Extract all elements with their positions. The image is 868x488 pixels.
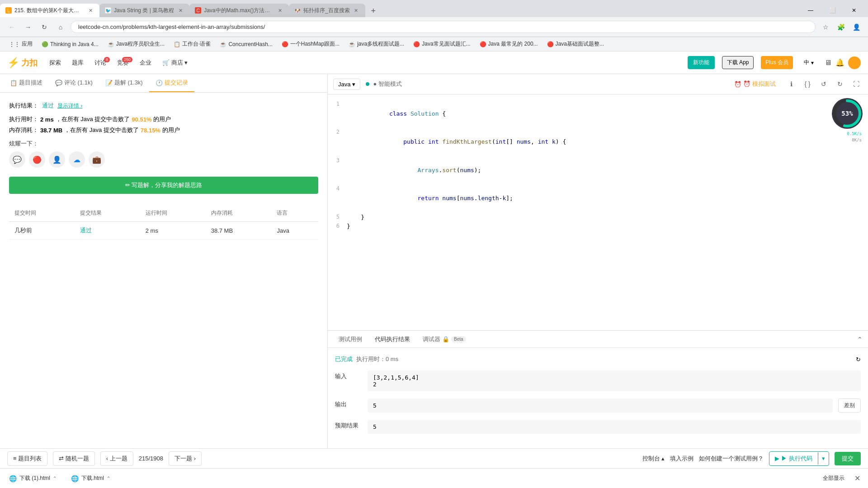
share-cloud-button[interactable]: ☁ [69,151,85,168]
monitor-icon[interactable]: 🖥 [825,59,832,67]
chrome-icon-2: 🌐 [71,475,79,482]
basics-icon: 🔴 [547,41,554,47]
home-button[interactable]: ⌂ [54,21,67,33]
new-tab-button[interactable]: + [367,5,380,17]
maximize-button[interactable]: ⬜ [822,4,843,17]
bookmark-concurrenthash[interactable]: ☕ ConcurrentHash... [216,40,276,48]
problem-list-button[interactable]: ≡ 题目列表 [7,451,47,466]
next-problem-button[interactable]: 下一题 › [169,451,202,466]
bookmark-java-200[interactable]: 🔴 Java 最常见的 200... [476,39,542,49]
random-problem-button[interactable]: ⇄ 随机一题 [53,451,95,466]
refresh-button[interactable]: ↻ [38,21,51,33]
tab-debugger[interactable]: 调试器 🔒 Beta [417,333,472,346]
nav-discuss[interactable]: 讨论 8 [90,56,111,70]
browser-tab-3[interactable]: C Java中的Math.max()方法，一个 ✕ [189,4,289,17]
bookmark-yuque[interactable]: 📋 工作台·语雀 [170,39,214,49]
refresh-icon[interactable]: ↻ [856,356,861,363]
run-code-button[interactable]: ▶ ▶ 执行代码 [769,452,818,465]
bookmark-java-basics[interactable]: 🔴 Java基础面试题整... [543,39,608,49]
code-line-4: 4 return nums[nums.length-k]; [328,184,868,212]
address-input[interactable] [71,21,816,33]
code-format-button[interactable]: { } [801,78,814,90]
split-pane: 📋 题目描述 💬 评论 (1.1k) 📝 题解 (1.3k) 🕐 提交记录 [0,74,868,448]
minimize-button[interactable]: — [800,4,821,17]
code-line-3: 3 Arrays.sort(nums); [328,156,868,184]
bookmark-java-interview[interactable]: 🔴 Java常见面试题汇... [410,39,474,49]
nav-store-label: 🛒 商店 ▾ [162,59,188,66]
forward-button[interactable]: → [22,21,34,33]
bookmark-java-programmer[interactable]: ☕ Java程序员职业生... [104,39,168,49]
row-lang: Java [271,222,318,239]
info-button[interactable]: ℹ [785,78,797,90]
browser-tab-1[interactable]: L 215. 数组中的第K个最大元素 - 力 ✕ [0,4,99,17]
tab-testcase[interactable]: 测试用例 [333,333,368,346]
browser-tab-2[interactable]: 🐦 Java String 类 | 菜鸟教程 ✕ [99,4,189,17]
tab-submissions-label: 提交记录 [165,79,188,87]
submit-button[interactable]: 提交 [835,452,861,465]
tab-close-4[interactable]: ✕ [353,7,360,14]
show-all-button[interactable]: 全部显示 [823,474,844,482]
share-weibo-button[interactable]: 🔴 [29,151,45,168]
tab-description[interactable]: 📋 题目描述 [4,74,49,92]
smart-mode-toggle[interactable]: ● 智能模式 [366,80,401,88]
tab-solutions[interactable]: 📝 题解 (1.3k) [99,74,149,92]
fill-example-label: 填入示例 [670,455,693,463]
console-area: 控制台 ▴ 填入示例 如何创建一个测试用例？ [642,455,764,463]
row-result[interactable]: 通过 [80,227,92,234]
nav-store[interactable]: 🛒 商店 ▾ [158,56,192,70]
nav-explore[interactable]: 探索 [45,56,66,70]
profile-icon[interactable]: 👤 [850,21,863,33]
nav-contest[interactable]: 竞赛 250 [113,56,133,70]
plus-member-button[interactable]: Plus 会员 [761,56,793,69]
download-item-2[interactable]: 🌐 下载.html ⌃ [67,473,114,484]
run-dropdown-button[interactable]: ▾ [818,452,829,465]
extension-icon[interactable]: 🧩 [835,21,847,33]
line-content-5: } [347,213,863,222]
result-detail-link[interactable]: 显示详情 › [57,102,82,110]
language-dropdown[interactable]: Java ▾ [333,79,360,90]
download-item-1[interactable]: 🌐 下载 (1).html ⌃ [5,473,60,484]
bookmark-hashmap[interactable]: 🔴 一个HashMap跟面... [278,39,343,49]
mock-interview-button[interactable]: ⏰ ⏰ 模拟面试 [731,78,779,90]
bookmark-star-icon[interactable]: ☆ [819,21,832,33]
tab-code-result[interactable]: 代码执行结果 [369,333,415,346]
prev-problem-button[interactable]: ‹ 上一题 [100,451,133,466]
new-feature-button[interactable]: 新功能 [688,56,715,69]
tab-close-3[interactable]: ✕ [276,7,283,14]
close-downloads-button[interactable]: ✕ [852,473,863,484]
close-button[interactable]: ✕ [844,4,864,17]
language-selector[interactable]: 中 ▾ [800,57,817,68]
tab-submissions[interactable]: 🕐 提交记录 [149,74,194,92]
nav-problems[interactable]: 题库 [67,56,88,70]
redo-button[interactable]: ↻ [834,78,846,90]
line-number-6: 6 [333,222,347,230]
undo-button[interactable]: ↺ [817,78,830,90]
share-wechat-button[interactable]: 💬 [9,151,25,168]
diff-button[interactable]: 差别 [838,399,861,413]
download-app-button[interactable]: 下载 App [722,56,754,69]
col-memory: 内存消耗 [206,205,272,222]
console-button[interactable]: 控制台 ▴ [642,455,665,463]
bookmark-apps[interactable]: ⋮⋮ 应用 [5,39,36,49]
avatar[interactable] [848,56,861,69]
collapse-button[interactable]: ⌃ [857,336,863,343]
bell-icon[interactable]: 🔔 [835,58,844,67]
fullscreen-button[interactable]: ⛶ [850,78,863,90]
fill-example-button[interactable]: 填入示例 [670,455,693,463]
how-to-button[interactable]: 如何创建一个测试用例？ [699,455,764,463]
share-linkedin-button[interactable]: 💼 [89,151,105,168]
bookmark-java-thread[interactable]: ☕ java多线程面试题... [345,39,408,49]
nav-enterprise[interactable]: 企业 [135,56,156,70]
write-solution-button[interactable]: ✏ 写题解，分享我的解题思路 [9,177,318,194]
tab-comments[interactable]: 💬 评论 (1.1k) [49,74,99,92]
tab-close-1[interactable]: ✕ [87,7,94,14]
share-qq-button[interactable]: 👤 [49,151,65,168]
submission-area: 执行结果： 通过 显示详情 › 执行用时： 2 ms ，在所有 Java 提交中… [0,93,327,448]
browser-tab-4[interactable]: 🐶 拓扑排序_百度搜索 ✕ [289,4,365,17]
code-editor[interactable]: 53% 0.5K/s 0K/s 1 class Solution { 2 [328,94,868,330]
back-button[interactable]: ← [5,21,18,33]
smart-mode-dot [366,82,369,86]
download-speed: 0K/s [847,137,862,143]
bookmark-thinking-java[interactable]: 🟢 Thinking in Java 4... [38,40,102,48]
tab-close-2[interactable]: ✕ [177,7,184,14]
